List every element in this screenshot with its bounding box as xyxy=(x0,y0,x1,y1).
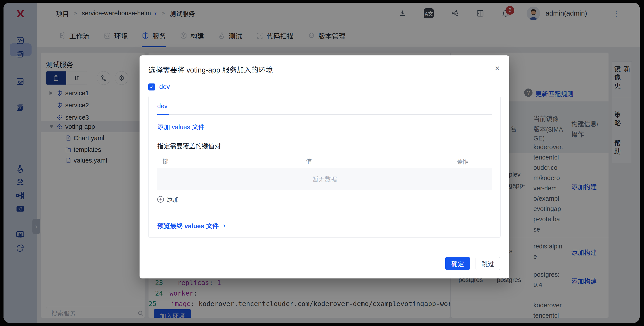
empty-state: 暂无数据 xyxy=(157,168,492,190)
add-values-file-link[interactable]: 添加 values 文件 xyxy=(157,122,204,131)
add-kv-row-label: 添加 xyxy=(166,195,179,204)
active-tab-indicator xyxy=(157,114,169,115)
skip-button[interactable]: 跳过 xyxy=(476,257,500,270)
env-checkbox[interactable]: ✓ xyxy=(148,84,155,90)
confirm-button[interactable]: 确定 xyxy=(445,257,470,270)
chevron-right-icon: › xyxy=(223,222,225,229)
tab-divider xyxy=(157,114,492,115)
kv-header-key: 键 xyxy=(162,157,168,166)
add-to-environment-modal: 选择需要将 voting-app 服务加入的环境 × ✓ dev dev 添加 … xyxy=(140,56,509,278)
kv-header-action: 操作 xyxy=(456,157,468,166)
preview-values-link[interactable]: 预览最终 values 文件 › xyxy=(157,221,225,230)
env-tab-dev[interactable]: dev xyxy=(157,102,168,110)
env-config-card: dev 添加 values 文件 指定需要覆盖的键值对 键 值 操作 暂无数据 … xyxy=(148,96,500,238)
modal-title: 选择需要将 voting-app 服务加入的环境 xyxy=(148,64,273,75)
screenshot-stage: X PM › 项目 > service- xyxy=(0,0,644,326)
add-kv-row-button[interactable]: + 添加 xyxy=(157,195,179,204)
app-window: X PM › 项目 > service- xyxy=(4,3,640,323)
close-icon[interactable]: × xyxy=(495,64,500,72)
kv-header-value: 值 xyxy=(306,157,312,166)
kv-section-title: 指定需要覆盖的键值对 xyxy=(157,141,221,150)
plus-circle-icon: + xyxy=(157,196,164,203)
preview-values-label: 预览最终 values 文件 xyxy=(157,221,218,230)
env-checkbox-label[interactable]: dev xyxy=(159,83,170,90)
